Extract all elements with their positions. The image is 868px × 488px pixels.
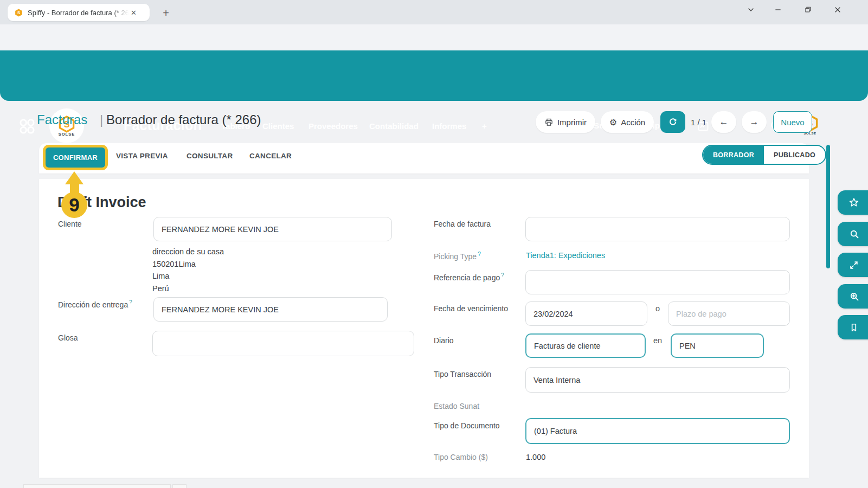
refresh-button[interactable] (660, 111, 685, 133)
vencimiento-value: 23/02/2024 (533, 310, 573, 318)
menu-clientes[interactable]: Clientes (262, 121, 294, 131)
ref-pago-label: Referencia de pago? (434, 272, 504, 282)
ref-pago-field[interactable] (525, 270, 790, 294)
new-record-label: Nuevo (781, 118, 804, 127)
vencimiento-label: Fecha de vencimiento (434, 304, 508, 313)
prev-record-button[interactable]: ← (711, 111, 736, 133)
glosa-field[interactable] (152, 331, 414, 356)
window-close-button[interactable] (825, 0, 850, 20)
browser-titlebar: S Spiffy - Borrador de factura (* 26 ✕ + (0, 0, 868, 24)
action-button[interactable]: ⚙ Acción (601, 111, 654, 133)
form-statusbar: CONFIRMAR VISTA PREVIA CONSULTAR CANCELA… (39, 143, 809, 174)
svg-text:S: S (17, 10, 20, 15)
address-line: direccion de su casa (152, 246, 224, 258)
favorite-tool-button[interactable] (838, 190, 868, 215)
help-icon[interactable]: ? (501, 272, 504, 278)
entrega-label-text: Dirección de entrega (58, 300, 128, 309)
moneda-value: PEN (679, 342, 696, 350)
menu-add[interactable]: + (482, 121, 487, 131)
picking-label-text: Picking Type (434, 252, 477, 261)
cliente-value: FERNANDEZ MORE KEVIN JOE (162, 225, 279, 234)
record-pager: 1 / 1 (691, 118, 706, 127)
arrow-left-icon: ← (719, 117, 729, 127)
window-restore-button[interactable] (795, 0, 820, 20)
expand-icon (848, 260, 859, 271)
tipo-documento-field[interactable]: (01) Factura (525, 418, 790, 444)
expand-tool-button[interactable] (838, 253, 868, 277)
zoom-in-icon (848, 291, 860, 302)
next-record-button[interactable]: → (742, 111, 767, 133)
entrega-value: FERNANDEZ MORE KEVIN JOE (162, 305, 279, 314)
annotation-arrow-icon (65, 171, 83, 184)
confirm-button[interactable]: CONFIRMAR (46, 147, 105, 168)
menu-contabilidad[interactable]: Contabilidad (369, 121, 419, 131)
tipo-transaccion-value: Venta Interna (533, 376, 580, 384)
new-record-button[interactable]: Nuevo (773, 111, 812, 133)
breadcrumb-parent[interactable]: Facturas (37, 112, 87, 127)
browser-toolbar: localizacion.solse.pe/web#menu_id=435&ac… (0, 24, 868, 50)
app-navbar: S SOLSE Facturacion Tablero Clientes Pro… (0, 50, 868, 101)
tipo-transaccion-field[interactable]: Venta Interna (525, 367, 790, 393)
hidden-table-edge (172, 484, 187, 488)
fecha-factura-label: Fecha de factura (434, 220, 491, 228)
diario-field[interactable]: Facturas de cliente (525, 333, 646, 358)
page-title: Borrador de factura (* 266) (106, 112, 261, 127)
picking-type-link[interactable]: Tienda1: Expediciones (526, 251, 605, 260)
or-label: o (655, 304, 660, 313)
glosa-label: Glosa (58, 333, 78, 342)
address-line: 150201Lima (152, 258, 224, 271)
entrega-field[interactable]: FERNANDEZ MORE KEVIN JOE (153, 297, 388, 322)
diario-value: Facturas de cliente (534, 342, 601, 350)
refresh-icon (667, 117, 678, 127)
print-button[interactable]: Imprimir (536, 111, 595, 133)
vertical-scrollbar[interactable] (826, 145, 830, 268)
arrow-right-icon: → (750, 117, 759, 127)
picking-type-label: Picking Type? (434, 251, 481, 261)
cancel-button[interactable]: CANCELAR (249, 152, 292, 160)
menu-informes[interactable]: Informes (432, 121, 466, 131)
en-label: en (653, 336, 662, 345)
diario-label: Diario (434, 336, 454, 345)
tab-favicon-icon: S (14, 8, 23, 17)
search-icon (848, 228, 860, 240)
action-label: Acción (621, 118, 645, 127)
fecha-factura-field[interactable] (525, 217, 790, 241)
tipo-transaccion-label: Tipo Transacción (434, 370, 491, 378)
state-toggle: BORRADOR PUBLICADO (702, 145, 826, 165)
state-publicado[interactable]: PUBLICADO (764, 146, 825, 164)
bookmark-tool-button[interactable] (838, 315, 868, 339)
apps-grid-icon[interactable] (18, 118, 36, 135)
new-tab-button[interactable]: + (158, 5, 173, 21)
tab-close-icon[interactable]: ✕ (131, 9, 137, 17)
search-tool-button[interactable] (838, 222, 868, 246)
moneda-field[interactable]: PEN (671, 333, 764, 358)
help-icon[interactable]: ? (478, 251, 481, 257)
tipo-documento-value: (01) Factura (534, 427, 577, 435)
printer-icon (544, 118, 554, 127)
print-label: Imprimir (557, 118, 587, 127)
bookmark-icon (848, 322, 859, 333)
preview-button[interactable]: VISTA PREVIA (116, 152, 168, 160)
star-icon (848, 197, 860, 209)
gear-icon: ⚙ (609, 117, 617, 127)
estado-sunat-label: Estado Sunat (434, 402, 479, 410)
browser-tab[interactable]: S Spiffy - Borrador de factura (* 26 ✕ (8, 4, 150, 21)
tab-title: Spiffy - Borrador de factura (* 26 (28, 9, 128, 17)
breadcrumb-separator: | (100, 112, 103, 127)
tipo-cambio-label: Tipo Cambio ($) (434, 453, 488, 461)
zoom-tool-button[interactable] (838, 284, 868, 309)
plazo-pago-placeholder: Plazo de pago (676, 310, 726, 318)
menu-proveedores[interactable]: Proveedores (308, 121, 358, 131)
consult-button[interactable]: CONSULTAR (187, 152, 233, 160)
cliente-field[interactable]: FERNANDEZ MORE KEVIN JOE (153, 217, 392, 241)
tipo-documento-label: Tipo de Documento (434, 421, 500, 430)
vencimiento-field[interactable]: 23/02/2024 (525, 301, 647, 326)
state-borrador[interactable]: BORRADOR (703, 146, 764, 164)
help-icon[interactable]: ? (129, 299, 132, 305)
entrega-label: Dirección de entrega? (58, 299, 132, 309)
plazo-pago-field[interactable]: Plazo de pago (668, 301, 790, 326)
tipo-cambio-value: 1.000 (526, 453, 545, 461)
tab-search-chevron-icon[interactable] (738, 0, 763, 20)
window-minimize-button[interactable] (766, 0, 790, 20)
cliente-label: Cliente (58, 220, 82, 228)
